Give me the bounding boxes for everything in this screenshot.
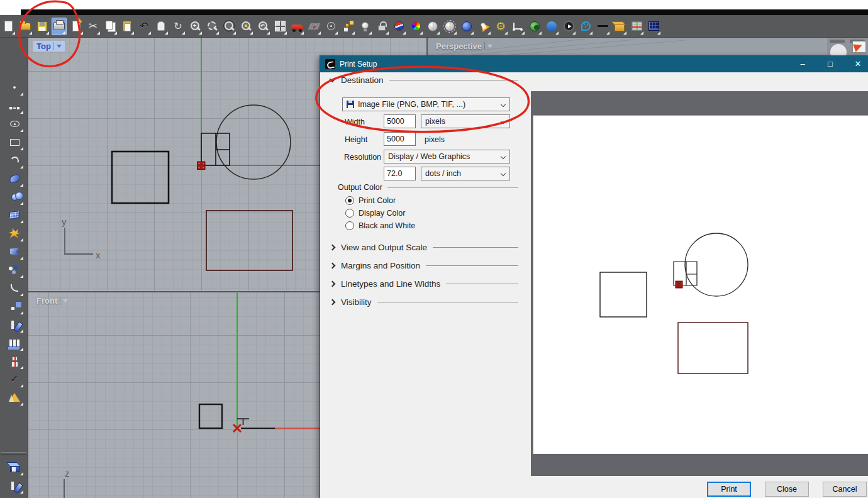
tool-sidebar: ✓ (0, 38, 28, 498)
width-input[interactable] (384, 114, 416, 128)
layer-state-icon[interactable] (391, 18, 406, 35)
rendered-viewport-icon[interactable] (459, 18, 474, 35)
options-gear-icon[interactable]: ⚙ (493, 18, 508, 35)
cut-icon[interactable]: ✂ (86, 18, 101, 35)
spotlight-icon[interactable] (476, 18, 491, 35)
print-button[interactable]: Print (707, 482, 751, 497)
play-icon[interactable] (561, 18, 576, 35)
cancel-button[interactable]: Cancel (823, 482, 867, 497)
patch-icon[interactable] (6, 207, 23, 223)
view-and-output-scale-section[interactable]: View and Output Scale (330, 243, 518, 252)
point-icon[interactable] (6, 79, 23, 96)
surface-icon[interactable] (6, 170, 23, 187)
dimension-icon[interactable] (510, 18, 525, 35)
set-cplane-icon[interactable] (306, 18, 321, 35)
cone-icon[interactable] (6, 389, 23, 406)
package-icon[interactable] (612, 18, 627, 35)
point-cloud-icon[interactable] (6, 262, 23, 278)
sidebar-bottom-tools (6, 459, 23, 498)
lamp-icon[interactable] (357, 18, 372, 35)
resolution-dropdown[interactable]: Display / Web Graphics (384, 150, 510, 163)
margins-and-position-section[interactable]: Margins and Position (330, 261, 518, 270)
paste-icon[interactable] (120, 18, 135, 35)
close-button[interactable]: ✕ (844, 55, 868, 72)
explode-icon[interactable] (6, 225, 23, 241)
lock-objects-icon[interactable] (374, 18, 389, 35)
extrude-icon[interactable] (6, 335, 23, 351)
grid-dark-icon[interactable] (646, 18, 661, 35)
pan-icon[interactable] (153, 18, 169, 35)
maximize-button[interactable]: □ (816, 55, 844, 72)
viewport-perspective-tab[interactable]: Perspective (433, 41, 496, 52)
array-icon[interactable] (6, 495, 23, 498)
rendered-viewport-glyph (462, 21, 472, 31)
image-file-icon (347, 101, 354, 108)
destination-section-header[interactable]: Destination (330, 75, 518, 85)
radio-black-and-white[interactable]: Black and White (345, 221, 415, 230)
undo-view-change-icon[interactable] (255, 18, 270, 35)
fillet-icon[interactable] (6, 280, 23, 296)
viewport-menu-arrow-icon[interactable] (63, 299, 68, 302)
ellipse-icon[interactable] (6, 116, 23, 132)
radio-print-color[interactable]: Print Color (345, 196, 396, 205)
visibility-section[interactable]: Visibility (330, 297, 518, 307)
curve-control-points-icon[interactable] (6, 97, 23, 114)
chevron-right-icon (330, 299, 336, 306)
shaded-viewport-icon[interactable] (425, 18, 440, 35)
help-icon[interactable] (544, 18, 559, 35)
object-snap-icon[interactable] (340, 18, 355, 35)
viewport-menu-arrow-icon[interactable] (57, 45, 62, 48)
sphere-icon[interactable] (6, 189, 23, 205)
radio-display-color[interactable]: Display Color (345, 209, 405, 218)
printer-destination-dropdown[interactable]: Image File (PNG, BMP, TIF, ...) (342, 97, 510, 111)
undo-icon[interactable]: ↶ (136, 18, 152, 35)
dpi-input[interactable] (384, 167, 416, 180)
named-view-icon[interactable] (289, 18, 304, 35)
rectangle-icon[interactable] (6, 134, 23, 150)
ghosted-viewport-icon[interactable] (442, 18, 457, 35)
wire-split-icon[interactable] (6, 477, 23, 494)
zoom-window-icon[interactable] (204, 18, 220, 35)
radio-button-icon[interactable] (345, 209, 354, 218)
zoom-in-icon[interactable] (187, 18, 203, 35)
close-dialog-button[interactable]: Close (765, 482, 809, 497)
chevron-right-icon (330, 245, 336, 251)
viewport-top-tab[interactable]: Top (33, 41, 65, 52)
check-icon[interactable]: ✓ (6, 371, 23, 387)
move-icon[interactable] (6, 298, 23, 314)
minimize-button[interactable]: – (789, 55, 816, 72)
solid-cube-glyph (10, 465, 19, 472)
dialog-titlebar[interactable]: Print Setup – □ ✕ (320, 55, 868, 72)
viewport-front[interactable]: Front (28, 291, 320, 498)
arc-icon[interactable] (6, 152, 23, 169)
radio-button-icon[interactable] (345, 221, 354, 230)
viewport-menu-arrow-icon[interactable] (487, 45, 492, 48)
viewport-layout-icon[interactable] (272, 18, 287, 35)
viewport-front-tab[interactable]: Front (33, 296, 71, 306)
linetype-icon[interactable] (595, 18, 610, 35)
trim-icon[interactable] (6, 243, 23, 260)
new-file-icon[interactable] (1, 18, 16, 35)
linetypes-and-line-widths-section[interactable]: Linetypes and Line Widths (330, 279, 518, 289)
copy-objects-icon[interactable] (6, 316, 23, 333)
dpi-unit-dropdown[interactable]: dots / inch (421, 167, 510, 180)
zoom-extents-icon[interactable] (221, 18, 236, 35)
width-unit-dropdown[interactable]: pixels (421, 114, 510, 128)
open-file-icon[interactable] (18, 18, 33, 35)
solid-cube-icon[interactable] (6, 459, 23, 475)
grid-options-icon[interactable] (629, 18, 644, 35)
copy-icon[interactable] (103, 18, 118, 35)
palette-icon[interactable] (578, 18, 593, 35)
height-input[interactable] (384, 132, 416, 146)
viewport-perspective-strip[interactable]: Perspective (428, 38, 827, 55)
edit-properties-icon[interactable] (69, 18, 84, 35)
rotate-view-icon[interactable]: ↻ (170, 18, 186, 35)
print-icon[interactable] (52, 18, 67, 35)
zoom-selected-icon[interactable] (238, 18, 253, 35)
circle-tool-icon[interactable] (323, 18, 338, 35)
earth-icon[interactable] (527, 18, 542, 35)
save-icon[interactable] (35, 18, 50, 35)
clamp-icon[interactable] (6, 353, 23, 369)
color-wheel-icon[interactable] (408, 18, 423, 35)
radio-button-icon[interactable] (345, 196, 354, 205)
